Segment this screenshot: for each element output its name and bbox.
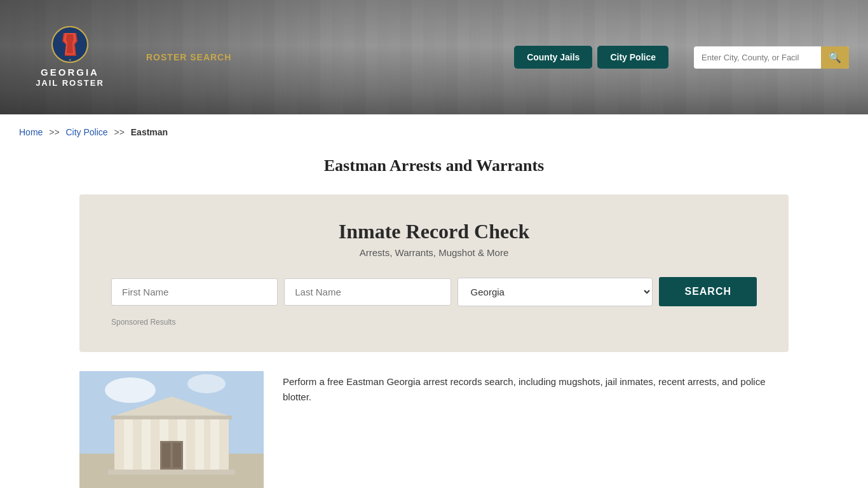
record-check-title: Inmate Record Check <box>111 220 757 243</box>
georgia-seal-icon: ★ <box>51 25 89 64</box>
sponsored-label: Sponsored Results <box>111 318 757 327</box>
city-police-button[interactable]: City Police <box>597 46 668 69</box>
svg-rect-23 <box>173 443 181 468</box>
header-search-input[interactable] <box>694 48 821 67</box>
page-title: Eastman Arrests and Warrants <box>0 156 868 175</box>
state-select[interactable]: Georgia Alabama Florida Tennessee <box>458 278 653 306</box>
nav-buttons: County Jails City Police <box>514 46 668 69</box>
logo-text: GEORGIA JAIL ROSTER <box>36 66 104 89</box>
svg-rect-11 <box>124 416 133 470</box>
record-check-form: Georgia Alabama Florida Tennessee SEARCH <box>111 277 757 306</box>
svg-rect-15 <box>195 416 204 470</box>
bottom-section: Perform a free Eastman Georgia arrest re… <box>0 371 868 488</box>
record-search-button[interactable]: SEARCH <box>659 277 757 306</box>
last-name-input[interactable] <box>284 278 451 306</box>
breadcrumb-home[interactable]: Home <box>19 127 43 137</box>
svg-rect-20 <box>105 475 238 480</box>
breadcrumb: Home >> City Police >> Eastman <box>0 114 868 150</box>
county-jails-button[interactable]: County Jails <box>514 46 592 69</box>
svg-rect-12 <box>142 416 151 470</box>
courthouse-image <box>79 371 264 488</box>
site-header: ★ GEORGIA JAIL ROSTER ROSTER SEARCH Coun… <box>0 0 868 114</box>
first-name-input[interactable] <box>111 278 278 306</box>
svg-rect-18 <box>111 416 232 419</box>
breadcrumb-city-police[interactable]: City Police <box>66 127 108 137</box>
breadcrumb-sep-1: >> <box>49 127 59 137</box>
header-search-button[interactable]: 🔍 <box>821 46 849 69</box>
roster-search-nav[interactable]: ROSTER SEARCH <box>146 52 231 62</box>
svg-rect-19 <box>108 470 235 475</box>
record-check-subtitle: Arrests, Warrants, Mugshot & More <box>111 247 757 258</box>
site-logo[interactable]: ★ GEORGIA JAIL ROSTER <box>19 25 121 89</box>
courthouse-svg <box>79 371 264 488</box>
breadcrumb-current: Eastman <box>131 127 168 137</box>
svg-point-8 <box>187 374 226 393</box>
svg-rect-22 <box>162 443 170 468</box>
bottom-description: Perform a free Eastman Georgia arrest re… <box>283 371 789 405</box>
record-check-section: Inmate Record Check Arrests, Warrants, M… <box>79 194 789 352</box>
header-search-bar: 🔍 <box>694 46 849 69</box>
breadcrumb-sep-2: >> <box>114 127 125 137</box>
svg-point-7 <box>105 377 156 403</box>
svg-rect-16 <box>210 416 219 470</box>
